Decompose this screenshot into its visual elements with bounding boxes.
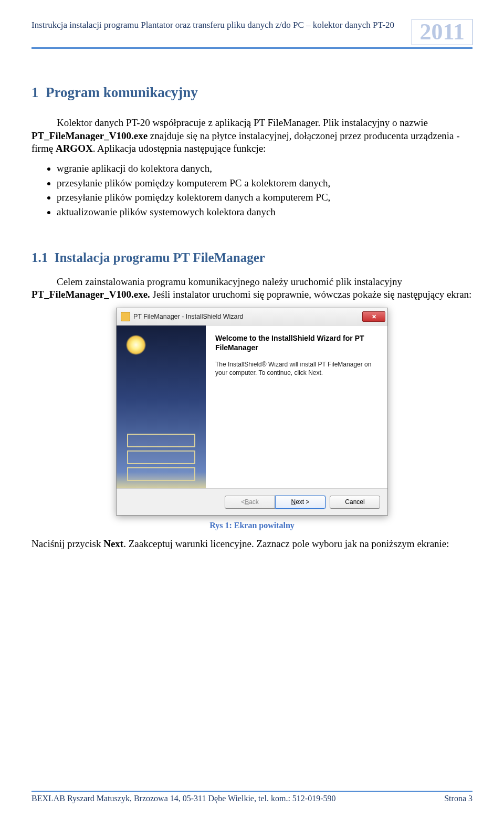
s11-text-c: Jeśli instalator uruchomi się poprawnie,… <box>153 289 472 300</box>
section-1-1-paragraph: Celem zainstalowania programu komunikacy… <box>32 276 472 301</box>
next-mnemonic: N <box>291 498 296 506</box>
section-1-number: 1 <box>32 85 39 100</box>
section-1-bullets: wgranie aplikacji do kolektora danych, p… <box>46 162 472 219</box>
sun-icon <box>126 335 146 355</box>
decorative-box <box>127 434 195 447</box>
installer-icon <box>121 312 130 321</box>
back-button: < Back <box>225 496 275 509</box>
dialog-title: PT FileManager - InstallShield Wizard <box>133 313 244 320</box>
section-1-title: Program komunikacyjny <box>46 85 198 100</box>
section-1-1-title: Instalacja programu PT FileManager <box>55 250 265 265</box>
dialog-button-bar: < Back Next > Cancel <box>117 488 387 515</box>
after-a: Naciśnij przycisk <box>32 538 103 549</box>
s1-text-e: . Aplikacja udostępnia następujące funkc… <box>93 143 266 154</box>
s1-argox: ARGOX <box>56 143 93 154</box>
wizard-content: Welcome to the InstallShield Wizard for … <box>206 326 387 488</box>
section-1-paragraph: Kolektor danych PT-20 współpracuje z apl… <box>32 117 472 155</box>
wizard-welcome-line2: FileManager <box>215 343 377 352</box>
header-year: 2011 <box>412 19 472 45</box>
decorative-box <box>127 450 195 464</box>
wizard-welcome-line1: Welcome to the InstallShield Wizard for … <box>215 334 377 342</box>
close-icon: ✕ <box>372 313 376 320</box>
header-title: Instrukcja instalacji programu Plantator… <box>32 19 412 30</box>
list-item: przesyłanie plików pomiędzy komputerem P… <box>57 176 472 190</box>
close-button[interactable]: ✕ <box>362 311 385 322</box>
next-rest: ext > <box>296 498 309 506</box>
installer-dialog: PT FileManager - InstallShield Wizard ✕ <box>116 308 388 516</box>
after-caption-paragraph: Naciśnij przycisk Next. Zaakceptuj warun… <box>32 538 472 551</box>
after-next: Next <box>103 538 123 549</box>
footer-left: BEXLAB Ryszard Matuszyk, Brzozowa 14, 05… <box>32 794 336 803</box>
section-1-heading: 1 Program komunikacyjny <box>32 85 472 101</box>
list-item: przesyłanie plików pomiędzy kolektorem d… <box>57 191 472 204</box>
section-1-1-number: 1.1 <box>32 250 48 265</box>
back-rest: ack <box>249 498 259 506</box>
s11-filename: PT_FileManager_V100.exe. <box>32 289 153 300</box>
decorative-box <box>127 467 195 481</box>
back-prefix: < <box>241 498 245 506</box>
cancel-button[interactable]: Cancel <box>330 496 380 509</box>
page-footer: BEXLAB Ryszard Matuszyk, Brzozowa 14, 05… <box>32 791 472 803</box>
footer-right: Strona 3 <box>444 794 472 803</box>
list-item: aktualizowanie plików systemowych kolekt… <box>57 205 472 219</box>
s1-text-a: Kolektor danych PT-20 współpracuje z apl… <box>57 117 428 128</box>
section-1-1-heading: 1.1 Instalacja programu PT FileManager <box>32 250 472 265</box>
s1-filename: PT_FileManager_V100.exe <box>32 130 148 141</box>
dialog-titlebar: PT FileManager - InstallShield Wizard ✕ <box>117 308 387 326</box>
s11-text-a: Celem zainstalowania programu komunikacy… <box>57 276 402 287</box>
list-item: wgranie aplikacji do kolektora danych, <box>57 162 472 175</box>
wizard-side-image <box>117 326 206 488</box>
wizard-description: The InstallShield® Wizard will install P… <box>215 360 377 377</box>
back-mnemonic: B <box>245 498 249 506</box>
page-header: Instrukcja instalacji programu Plantator… <box>32 19 472 49</box>
next-button[interactable]: Next > <box>275 496 326 509</box>
after-c: . Zaakceptuj warunki licencyjne. Zaznacz… <box>123 538 449 549</box>
figure-caption: Rys 1: Ekran powitalny <box>32 521 472 530</box>
